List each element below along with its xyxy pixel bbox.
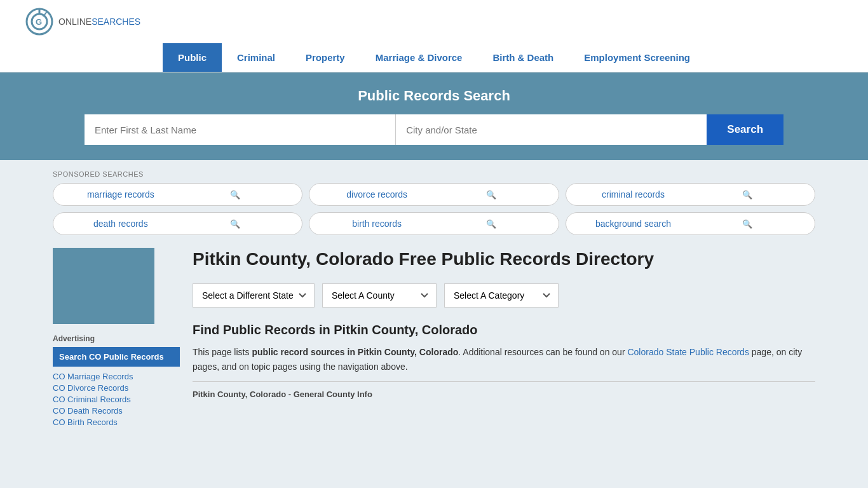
main-container: SPONSORED SEARCHES marriage records 🔍 di… [40, 160, 828, 439]
content-area: SPONSORED SEARCHES marriage records 🔍 di… [53, 170, 815, 429]
search-icon: 🔍 [434, 219, 548, 229]
content-wrapper: Advertising Search CO Public Records CO … [53, 248, 815, 429]
logo[interactable]: G ONLINESEARCHES [25, 8, 140, 36]
search-banner-title: Public Records Search [25, 88, 843, 104]
page-title: Pitkin County, Colorado Free Public Reco… [193, 248, 815, 271]
find-records-text-2: . Additional resources can be found on o… [458, 347, 627, 357]
nav-item-marriage-divorce[interactable]: Marriage & Divorce [360, 43, 478, 72]
sidebar-link-death[interactable]: CO Death Records [53, 406, 180, 416]
find-records-link[interactable]: Colorado State Public Records [627, 347, 749, 357]
sponsored-item-background[interactable]: background search 🔍 [566, 212, 815, 235]
header: G ONLINESEARCHES [0, 0, 868, 43]
main-content: Pitkin County, Colorado Free Public Reco… [193, 248, 815, 429]
find-records-bold: public record sources in Pitkin County, … [252, 347, 458, 357]
search-icon: 🔍 [434, 190, 548, 200]
nav-item-employment[interactable]: Employment Screening [569, 43, 705, 72]
sidebar-link-criminal[interactable]: CO Criminal Records [53, 395, 180, 404]
search-button[interactable]: Search [707, 114, 783, 145]
sponsored-item-label: background search [576, 219, 691, 229]
location-input[interactable] [396, 114, 707, 145]
find-records-text-1: This page lists [193, 347, 252, 357]
nav-item-public[interactable]: Public [163, 43, 222, 72]
sponsored-item-label: birth records [320, 219, 434, 229]
general-info-label: Pitkin County, Colorado - General County… [193, 390, 815, 399]
search-icon: 🔍 [178, 219, 292, 229]
sponsored-item-marriage[interactable]: marriage records 🔍 [53, 183, 302, 206]
logo-icon: G [25, 8, 53, 36]
sponsored-item-divorce[interactable]: divorce records 🔍 [309, 183, 559, 206]
dropdowns-row: Select a Different State Select A County… [193, 283, 815, 308]
sponsored-item-criminal[interactable]: criminal records 🔍 [566, 183, 815, 206]
county-dropdown[interactable]: Select A County [322, 283, 437, 308]
sponsored-item-birth[interactable]: birth records 🔍 [309, 212, 559, 235]
sponsored-item-label: criminal records [576, 189, 691, 200]
main-nav: Public Criminal Property Marriage & Divo… [0, 43, 868, 72]
sponsored-item-label: divorce records [320, 189, 434, 200]
search-icon: 🔍 [690, 219, 804, 229]
sidebar: Advertising Search CO Public Records CO … [53, 248, 180, 429]
svg-text:G: G [36, 17, 42, 27]
category-dropdown[interactable]: Select A Category [444, 283, 559, 308]
sidebar-ad-block[interactable]: Search CO Public Records [53, 347, 180, 367]
sidebar-link-divorce[interactable]: CO Divorce Records [53, 383, 180, 393]
nav-item-birth-death[interactable]: Birth & Death [477, 43, 569, 72]
search-icon: 🔍 [178, 190, 292, 200]
advertising-label: Advertising [53, 334, 180, 343]
sidebar-link-birth[interactable]: CO Birth Records [53, 417, 180, 427]
sponsored-item-label: death records [64, 219, 178, 229]
sidebar-image [53, 248, 154, 324]
sponsored-item-label: marriage records [64, 189, 178, 200]
state-dropdown[interactable]: Select a Different State [193, 283, 315, 308]
section-divider [193, 381, 815, 382]
search-icon: 🔍 [690, 190, 804, 200]
sponsored-label: SPONSORED SEARCHES [53, 170, 815, 178]
sponsored-grid: marriage records 🔍 divorce records 🔍 cri… [53, 183, 815, 235]
search-banner: Public Records Search Search [0, 72, 868, 160]
logo-online: ONLINE [58, 17, 92, 27]
sidebar-link-marriage[interactable]: CO Marriage Records [53, 372, 180, 381]
sponsored-section: SPONSORED SEARCHES marriage records 🔍 di… [53, 170, 815, 235]
nav-item-criminal[interactable]: Criminal [222, 43, 290, 72]
logo-text: ONLINESEARCHES [58, 17, 140, 27]
find-records-title: Find Public Records in Pitkin County, Co… [193, 323, 815, 337]
logo-searches: SEARCHES [92, 17, 140, 27]
find-records-text: This page lists public record sources in… [193, 345, 815, 374]
sponsored-item-death[interactable]: death records 🔍 [53, 212, 302, 235]
name-input[interactable] [85, 114, 396, 145]
nav-item-property[interactable]: Property [290, 43, 360, 72]
search-form: Search [85, 114, 783, 145]
